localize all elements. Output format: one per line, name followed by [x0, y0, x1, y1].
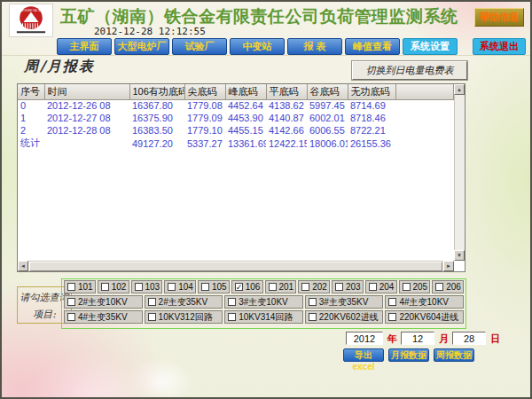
checkbox-204[interactable] — [369, 283, 377, 291]
horizontal-scroll-thumb[interactable] — [29, 262, 442, 271]
nav-item-5[interactable]: 峰值查看 — [345, 38, 400, 55]
query-chip-4#主变35KV[interactable]: 4#主变35KV — [64, 310, 143, 324]
monthly-data-button[interactable]: 月报数据 — [388, 348, 429, 362]
checkbox-103[interactable] — [135, 283, 143, 291]
query-chip-4#主变10KV[interactable]: 4#主变10KV — [385, 295, 464, 309]
query-chip-2#主变10KV[interactable]: 2#主变10KV — [64, 295, 143, 309]
nav-item-2[interactable]: 试验厂 — [172, 38, 227, 55]
checkbox-205[interactable] — [403, 283, 411, 291]
query-chip-220KV604进线[interactable]: 220KV604进线 — [385, 310, 464, 324]
column-header-2[interactable]: 106有功底码 — [129, 84, 184, 99]
query-chip-203[interactable]: 203 — [332, 280, 364, 293]
query-chip-102[interactable]: 102 — [98, 280, 129, 293]
month-input[interactable] — [401, 332, 434, 345]
checkbox-105[interactable] — [201, 283, 209, 291]
table-cell: 16367.80 — [129, 99, 184, 112]
table-row-2[interactable]: 22012-12-28 0816383.501779.104455.154142… — [18, 124, 454, 137]
query-chip-103[interactable]: 103 — [131, 280, 163, 293]
year-input[interactable] — [346, 332, 383, 345]
query-chip-10KV314回路[interactable]: 10KV314回路 — [224, 310, 303, 324]
checkbox-2#主变10KV[interactable] — [67, 298, 75, 306]
checkbox-row-transformers-2: 4#主变35KV10KV312回路10KV314回路220KV602进线220K… — [64, 310, 464, 324]
column-header-0[interactable]: 序号 — [18, 84, 44, 99]
checkbox-101[interactable] — [67, 283, 75, 291]
checkbox-2#主变35KV[interactable] — [148, 298, 156, 306]
nav-bar: 主界面大型电炉厂试验厂中变站报 表峰值查看系统设置 系统退出 — [2, 37, 530, 56]
checkbox-202[interactable] — [301, 283, 309, 291]
report-table: 序号时间106有功底码尖底码峰底码平底码谷底码无功底码 02012-12-26 … — [18, 84, 454, 150]
checkbox-106-checked[interactable]: ✓ — [235, 283, 243, 291]
column-header-3[interactable]: 尖底码 — [184, 84, 225, 99]
query-chip-205[interactable]: 205 — [399, 280, 431, 293]
query-chip-3#主变35KV[interactable]: 3#主变35KV — [305, 295, 384, 309]
query-chip-106[interactable]: ✓106 — [231, 280, 263, 293]
checkbox-104[interactable] — [168, 283, 176, 291]
query-chip-2#主变35KV[interactable]: 2#主变35KV — [145, 295, 223, 309]
export-excel-button[interactable]: 导出excel — [343, 348, 384, 362]
switch-daily-report-button[interactable]: 切换到日电量电费表 — [352, 61, 467, 80]
query-chip-104[interactable]: 104 — [164, 280, 196, 293]
scroll-down-icon[interactable]: ▼ — [454, 250, 465, 261]
checkbox-201[interactable] — [269, 283, 277, 291]
checkbox-203[interactable] — [335, 283, 343, 291]
vertical-scrollbar[interactable]: ▲ ▼ — [454, 84, 465, 261]
system-exit-button[interactable]: 系统退出 — [473, 38, 526, 55]
nav-item-3[interactable]: 中变站 — [230, 38, 285, 55]
checkbox-4#主变35KV[interactable] — [67, 313, 75, 321]
table-cell: 13361.69 — [225, 137, 266, 150]
query-chip-3#主变10KV[interactable]: 3#主变10KV — [224, 295, 303, 309]
table-cell: 4452.64 — [225, 99, 266, 112]
checkbox-label: 103 — [145, 282, 160, 292]
table-cell: 16383.50 — [129, 124, 184, 137]
table-cell: 8722.21 — [348, 124, 395, 137]
checkbox-102[interactable] — [101, 283, 109, 291]
checkbox-10KV314回路[interactable] — [228, 313, 236, 321]
column-header-5[interactable]: 平底码 — [266, 84, 307, 99]
query-chip-105[interactable]: 105 — [198, 280, 230, 293]
table-row-3[interactable]: 统计49127.205337.2713361.6912422.1518006.0… — [18, 137, 454, 150]
nav-item-1[interactable]: 大型电炉厂 — [114, 38, 169, 55]
query-chip-202[interactable]: 202 — [298, 280, 330, 293]
help-info-button[interactable]: 帮助信息 — [474, 8, 524, 27]
scroll-up-icon[interactable]: ▲ — [454, 84, 465, 95]
checkbox-10KV312回路[interactable] — [148, 313, 156, 321]
scroll-right-icon[interactable]: ► — [443, 261, 454, 271]
checkbox-3#主变35KV[interactable] — [309, 298, 317, 306]
day-input[interactable] — [452, 332, 486, 345]
table-cell — [395, 112, 454, 124]
query-chip-204[interactable]: 204 — [365, 280, 397, 293]
table-cell: 2012-12-27 08 — [44, 112, 129, 124]
table-row-1[interactable]: 12012-12-27 0816375.901779.094453.904140… — [18, 112, 454, 124]
table-cell: 12422.15 — [266, 137, 307, 150]
weekly-data-button[interactable]: 周报数据 — [434, 348, 474, 362]
year-unit-label: 年 — [387, 332, 397, 346]
column-header-1[interactable]: 时间 — [44, 84, 129, 99]
column-header-8[interactable] — [395, 84, 454, 99]
checkbox-3#主变10KV[interactable] — [228, 298, 236, 306]
table-row-0[interactable]: 02012-12-26 0816367.801779.084452.644138… — [18, 99, 454, 112]
nav-item-0[interactable]: 主界面 — [57, 38, 112, 55]
clock-timestamp: 2012-12-28 12:12:55 — [94, 26, 206, 37]
table-cell: 1779.08 — [184, 99, 225, 112]
table-cell: 1779.09 — [184, 112, 225, 124]
checkbox-206[interactable] — [435, 283, 443, 291]
query-chip-220KV602进线[interactable]: 220KV602进线 — [305, 310, 384, 324]
nav-item-4[interactable]: 报 表 — [287, 38, 342, 55]
month-unit-label: 月 — [439, 332, 449, 346]
column-header-7[interactable]: 无功底码 — [348, 84, 395, 99]
query-chip-10KV312回路[interactable]: 10KV312回路 — [145, 310, 223, 324]
query-chip-201[interactable]: 201 — [265, 280, 297, 293]
column-header-6[interactable]: 谷底码 — [307, 84, 348, 99]
checkbox-label: 106 — [246, 282, 261, 292]
query-chip-101[interactable]: 101 — [64, 280, 96, 293]
checkbox-220KV602进线[interactable] — [309, 313, 317, 321]
checkbox-4#主变10KV[interactable] — [388, 298, 396, 306]
nav-item-6[interactable]: 系统设置 — [403, 38, 458, 55]
checkbox-220KV604进线[interactable] — [388, 313, 396, 321]
checkbox-label: 4#主变10KV — [399, 296, 449, 309]
scroll-left-icon[interactable]: ◄ — [18, 261, 28, 271]
column-header-4[interactable]: 峰底码 — [225, 84, 266, 99]
query-chip-206[interactable]: 206 — [432, 280, 464, 293]
horizontal-scrollbar[interactable]: ◄ ► — [18, 261, 454, 271]
action-bar: 导出excel月报数据周报数据 — [2, 348, 530, 363]
